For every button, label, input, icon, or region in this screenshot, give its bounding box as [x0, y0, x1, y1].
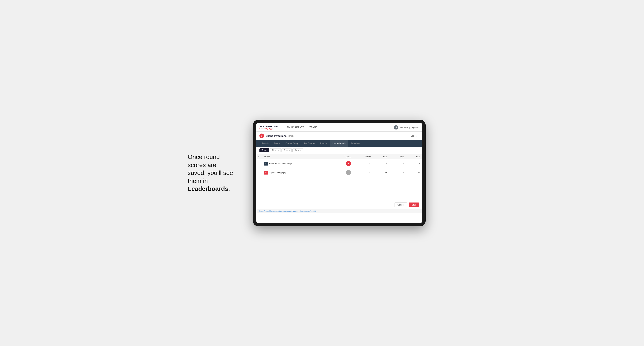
tournament-icon: C: [260, 134, 264, 138]
col-total: TOTAL: [331, 154, 353, 159]
user-label: Test User |: [400, 126, 410, 129]
total-1: -5: [331, 159, 353, 168]
nav-right: S Test User | Sign out: [394, 125, 419, 130]
rd1-1: -4: [373, 159, 389, 168]
text-line5-bold: Leaderboards: [188, 185, 228, 192]
tournament-gender: (Men): [288, 135, 294, 137]
text-line2: scores are: [188, 162, 216, 169]
tablet-screen: SCOREBOARD Powered by clippd TOURNAMENTS…: [256, 123, 422, 223]
page-wrapper: Once round scores are saved, you’ll see …: [188, 120, 456, 226]
nav-links: TOURNAMENTS TEAMS: [284, 123, 320, 131]
rd3-1: -6: [406, 159, 422, 168]
sub-tab-scores[interactable]: Scores: [282, 148, 292, 152]
team-name-2: C Clippd College [A]: [262, 168, 331, 177]
tab-details[interactable]: Details: [260, 140, 271, 147]
tab-printables[interactable]: Printables: [348, 140, 363, 147]
team-logo-2: C: [264, 171, 268, 174]
rank-1: 1: [256, 159, 262, 168]
score-badge-2: +3: [346, 170, 351, 175]
table-row: 1 S Scoreboard University [A] -5: [256, 159, 422, 168]
rd3-2: +3: [406, 168, 422, 177]
left-description: Once round scores are saved, you’ll see …: [188, 153, 242, 193]
cancel-button[interactable]: Cancel: [394, 202, 407, 207]
tab-results[interactable]: Results: [318, 140, 330, 147]
text-line4: them in: [188, 177, 208, 184]
rd1-2: +8: [373, 168, 389, 177]
tab-teams[interactable]: Teams: [271, 140, 283, 147]
user-avatar: S: [394, 125, 398, 130]
sign-out-link[interactable]: Sign out: [412, 126, 419, 129]
text-line3: saved, you’ll see: [188, 169, 233, 176]
tab-bar: Details Teams Course Setup Tee Groups Re…: [256, 140, 422, 147]
col-rank: #: [256, 154, 262, 159]
tournament-header: C Clippd Invitational (Men) Cancel ×: [256, 132, 422, 140]
tab-tee-groups[interactable]: Tee Groups: [301, 140, 318, 147]
tablet-device: SCOREBOARD Powered by clippd TOURNAMENTS…: [253, 120, 426, 226]
logo-scoreboard: SCOREBOARD: [260, 125, 280, 128]
cancel-button-top[interactable]: Cancel ×: [410, 135, 419, 137]
logo-powered-by: Powered by clippd: [260, 128, 280, 130]
sub-tab-strokes[interactable]: Strokes: [292, 148, 303, 152]
thru-1: F: [353, 159, 373, 168]
content-spacer: [256, 177, 422, 200]
tournament-name: Clippd Invitational: [266, 135, 287, 137]
leaderboard-table: # TEAM TOTAL THRU RD1 RD2 RD3 1: [256, 154, 422, 177]
table-row: 2 C Clippd College [A] +3 F: [256, 168, 422, 177]
rd2-2: -8: [389, 168, 406, 177]
text-line1: Once round: [188, 154, 220, 160]
col-rd3: RD3: [406, 154, 422, 159]
col-thru: THRU: [353, 154, 373, 159]
rd2-1: +5: [389, 159, 406, 168]
tab-course-setup[interactable]: Course Setup: [283, 140, 301, 147]
top-nav: SCOREBOARD Powered by clippd TOURNAMENTS…: [256, 123, 422, 132]
total-2: +3: [331, 168, 353, 177]
tab-leaderboards[interactable]: Leaderboards: [330, 140, 348, 147]
sub-tab-bar: Teams Players Scores Strokes: [256, 147, 422, 154]
nav-tournaments[interactable]: TOURNAMENTS: [284, 123, 307, 131]
col-team: TEAM: [262, 154, 331, 159]
thru-2: F: [353, 168, 373, 177]
rank-2: 2: [256, 168, 262, 177]
logo-area: SCOREBOARD Powered by clippd: [260, 125, 280, 130]
sub-tab-teams[interactable]: Teams: [260, 148, 269, 152]
url-bar: https://stage-blue-coach.stagescoreboard…: [256, 209, 422, 213]
footer-bar: Cancel Save: [256, 200, 422, 209]
col-rd2: RD2: [389, 154, 406, 159]
score-badge-1: -5: [346, 161, 351, 166]
team-logo-1: S: [264, 162, 268, 166]
col-rd1: RD1: [373, 154, 389, 159]
save-button[interactable]: Save: [409, 202, 419, 207]
sub-tab-players[interactable]: Players: [270, 148, 280, 152]
nav-teams[interactable]: TEAMS: [307, 123, 320, 131]
team-name-1: S Scoreboard University [A]: [262, 159, 331, 168]
